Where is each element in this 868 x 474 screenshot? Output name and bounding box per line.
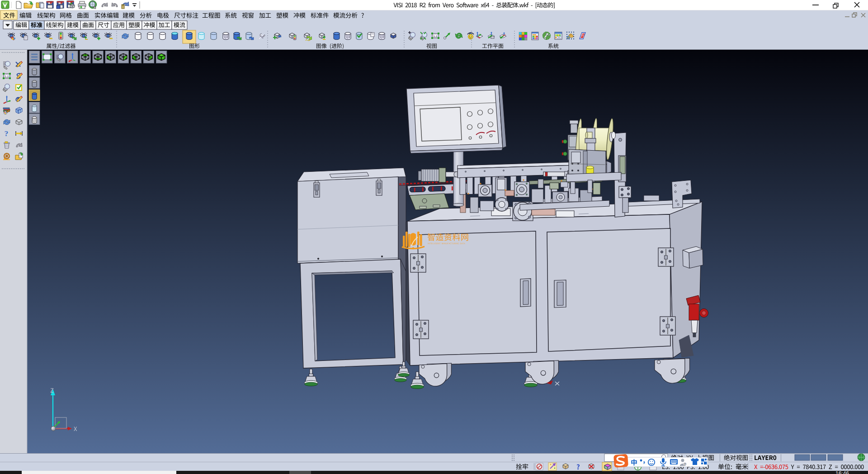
svg-text:7: 7 [684, 463, 686, 466]
svg-text:?: ? [5, 129, 9, 138]
svg-text:1:1: 1:1 [434, 35, 438, 38]
svg-text:16:46: 16:46 [835, 470, 849, 474]
svg-text:1:1: 1:1 [5, 75, 9, 78]
